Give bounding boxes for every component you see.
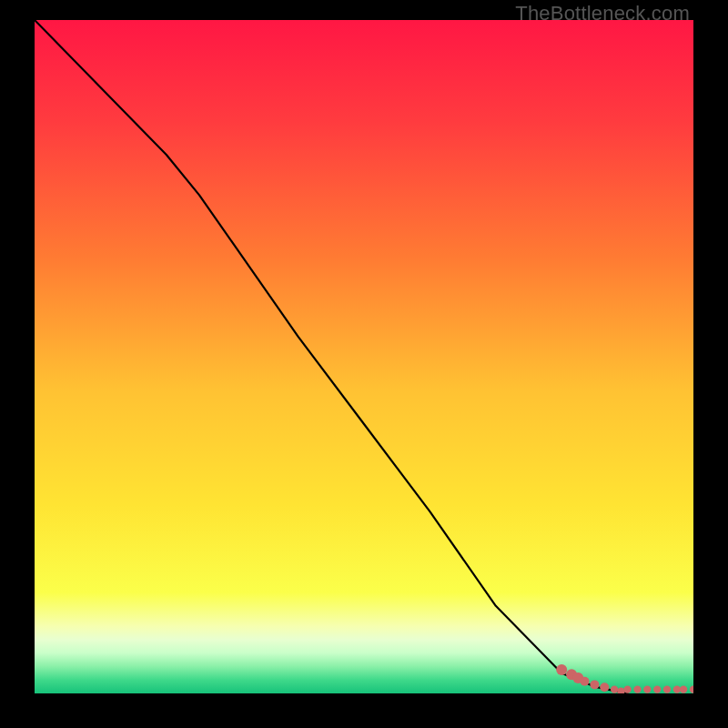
data-marker: [663, 685, 671, 693]
data-marker: [600, 682, 609, 692]
plot-area: [35, 20, 693, 693]
chart-frame: TheBottleneck.com: [0, 0, 728, 728]
curve-line: [35, 20, 628, 693]
chart-overlay: [35, 20, 693, 693]
data-marker: [633, 685, 641, 693]
data-marker: [680, 685, 687, 693]
data-marker: [556, 664, 567, 675]
data-marker: [581, 677, 590, 686]
data-marker: [643, 685, 651, 693]
data-marker: [617, 688, 624, 693]
data-marker: [611, 685, 618, 693]
data-marker: [653, 685, 661, 693]
data-marker: [590, 680, 599, 689]
marker-group: [556, 664, 693, 693]
data-marker: [623, 685, 631, 693]
data-marker: [690, 685, 693, 693]
data-marker: [673, 685, 681, 693]
